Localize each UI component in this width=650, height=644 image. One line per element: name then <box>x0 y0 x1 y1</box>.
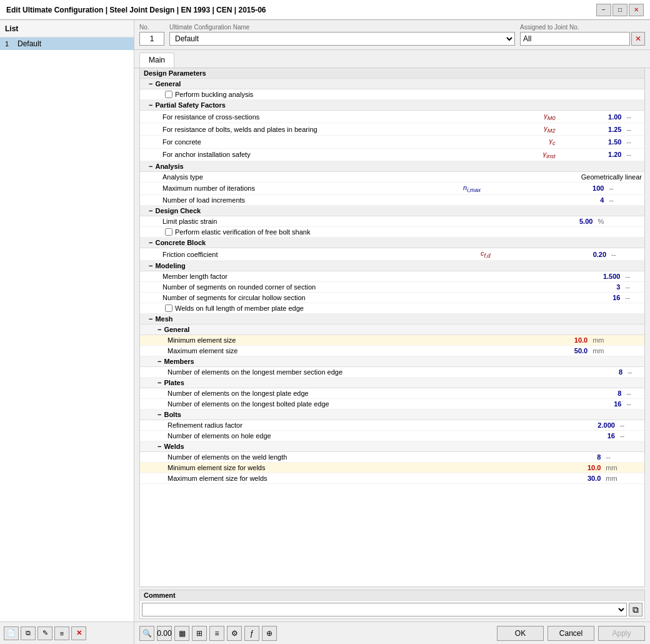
delete-config-button[interactable]: ✕ <box>71 626 86 640</box>
modeling-section[interactable]: − Modeling <box>140 261 644 271</box>
mesh-general-value-1: 50.0 <box>487 346 590 356</box>
mesh-general-label: General <box>164 326 189 333</box>
window-title: Edit Ultimate Configuration | Steel Join… <box>6 6 266 14</box>
maximize-button[interactable]: □ <box>612 4 628 16</box>
comment-select[interactable] <box>142 603 627 616</box>
partial-safety-table: For resistance of cross-sections γM0 1.0… <box>140 111 644 161</box>
limit-plastic-symbol <box>453 216 472 227</box>
assigned-input[interactable] <box>520 32 630 46</box>
config-tool-button[interactable]: ⚙ <box>227 626 242 641</box>
ok-button[interactable]: OK <box>497 626 544 641</box>
mesh-general-section[interactable]: − General <box>140 325 644 335</box>
mesh-members-symbol-0 <box>552 367 562 378</box>
partial-value-3: 1.20 <box>558 148 624 161</box>
mesh-section[interactable]: − Mesh <box>140 314 644 325</box>
name-select[interactable]: Default <box>169 32 515 46</box>
partial-label-3: For anchor installation safety <box>140 148 521 161</box>
mesh-members-row-0: Number of elements on the longest member… <box>140 367 644 378</box>
partial-symbol-3: γinst <box>521 148 558 161</box>
analysis-section[interactable]: − Analysis <box>140 161 644 172</box>
mesh-welds-toggle: − <box>158 443 161 450</box>
filter-tool-button[interactable]: ≡ <box>209 626 224 641</box>
perform-buckling-cell: Perform buckling analysis <box>142 91 642 98</box>
modeling-value-0: 1.500 <box>552 271 623 282</box>
partial-label-0: For resistance of cross-sections <box>140 111 521 123</box>
search-tool-button[interactable]: 🔍 <box>139 626 154 641</box>
apply-button[interactable]: Apply <box>598 626 645 641</box>
analysis-row-1: Number of load increments 4 -- <box>140 194 644 205</box>
close-button[interactable]: ✕ <box>629 4 644 16</box>
modeling-unit-1: -- <box>622 282 644 293</box>
window-controls: − □ ✕ <box>596 4 644 16</box>
mesh-welds-table: Number of elements on the weld length 8 … <box>140 452 644 484</box>
decimal-tool-button[interactable]: 0.00 <box>157 626 172 641</box>
analysis-label: Analysis <box>155 163 183 170</box>
analysis-value-1: 4 <box>483 194 606 205</box>
friction-label: Friction coefficient <box>140 248 438 261</box>
params-area[interactable]: Design Parameters − General Perform buck… <box>139 68 645 587</box>
table-tool-button[interactable]: ⊞ <box>192 626 207 641</box>
general-label: General <box>155 80 181 88</box>
mesh-bolts-label-1: Number of elements on hole edge <box>140 431 516 441</box>
assigned-group: Assigned to Joint No. ✕ <box>520 24 645 46</box>
concrete-block-table: Friction coefficient cf,d 0.20 -- <box>140 248 644 261</box>
duplicate-config-button[interactable]: ⧉ <box>21 626 36 640</box>
concrete-block-toggle: − <box>149 239 152 246</box>
concrete-block-label: Concrete Block <box>155 239 206 246</box>
design-params-header[interactable]: Design Parameters <box>140 68 644 79</box>
clear-assigned-button[interactable]: ✕ <box>631 32 645 46</box>
mesh-welds-unit-1: mm <box>603 463 644 473</box>
mesh-plates-value-1: 16 <box>558 399 624 410</box>
modeling-row-2: Number of segments for circular hollow s… <box>140 293 644 303</box>
mesh-bolts-row-0: Refinement radius factor 2.000 -- <box>140 420 644 431</box>
partial-row-2: For concrete γc 1.50 -- <box>140 136 644 148</box>
mesh-bolts-section[interactable]: − Bolts <box>140 410 644 420</box>
mesh-members-label: Members <box>164 358 194 365</box>
mesh-members-section[interactable]: − Members <box>140 356 644 367</box>
analysis-unit-1: -- <box>606 194 644 205</box>
new-config-button[interactable]: 📄 <box>4 626 19 640</box>
welds-full-checkbox[interactable] <box>165 304 172 312</box>
partial-safety-section[interactable]: − Partial Safety Factors <box>140 100 644 111</box>
perform-buckling-checkbox[interactable] <box>165 91 172 98</box>
elastic-verif-cell: Perform elastic verification of free bol… <box>142 228 642 236</box>
mesh-bolts-table: Refinement radius factor 2.000 -- Number… <box>140 420 644 441</box>
mesh-welds-section[interactable]: − Welds <box>140 441 644 452</box>
comment-edit-button[interactable]: ⧉ <box>629 603 642 616</box>
mesh-members-value-0: 8 <box>562 367 626 378</box>
mesh-plates-symbol-1 <box>547 399 558 410</box>
mesh-plates-row-1: Number of elements on the longest bolted… <box>140 399 644 410</box>
mesh-plates-section[interactable]: − Plates <box>140 378 644 388</box>
comment-label: Comment <box>144 591 176 599</box>
partial-row-0: For resistance of cross-sections γM0 1.0… <box>140 111 644 123</box>
no-group: No. <box>139 24 164 46</box>
extra-tool-button[interactable]: ⊕ <box>262 626 277 641</box>
mesh-general-unit-0: mm <box>590 335 644 346</box>
mesh-welds-unit-0: -- <box>603 452 644 463</box>
main-container: List 1 Default 📄 ⧉ ✎ ≡ ✕ No. <box>0 20 650 644</box>
mesh-bolts-toggle: − <box>158 411 161 418</box>
mesh-plates-unit-0: -- <box>624 388 644 399</box>
no-field[interactable] <box>139 32 164 46</box>
mesh-bolts-symbol-0 <box>516 420 529 431</box>
concrete-block-section[interactable]: − Concrete Block <box>140 238 644 248</box>
sidebar-toolbar: 📄 ⧉ ✎ ≡ ✕ <box>0 621 134 644</box>
script-tool-button[interactable]: ƒ <box>244 626 259 641</box>
something-button[interactable]: ≡ <box>54 626 69 640</box>
no-label: No. <box>139 24 164 31</box>
cancel-button[interactable]: Cancel <box>548 626 594 641</box>
sidebar-item-default[interactable]: 1 Default <box>0 38 134 50</box>
friction-symbol: cf,d <box>438 248 493 261</box>
minimize-button[interactable]: − <box>596 4 611 16</box>
elastic-verif-checkbox[interactable] <box>165 228 172 236</box>
tab-main[interactable]: Main <box>139 53 174 68</box>
rename-config-button[interactable]: ✎ <box>38 626 52 640</box>
grid-tool-button[interactable]: ▦ <box>174 626 189 641</box>
design-check-section[interactable]: − Design Check <box>140 206 644 216</box>
mesh-bolts-symbol-1 <box>516 431 529 441</box>
mesh-welds-label-1: Minimum element size for welds <box>140 463 513 473</box>
partial-symbol-2: γc <box>521 136 558 148</box>
mesh-plates-value-0: 8 <box>558 388 624 399</box>
general-section[interactable]: − General <box>140 79 644 89</box>
limit-plastic-unit: % <box>595 216 644 227</box>
